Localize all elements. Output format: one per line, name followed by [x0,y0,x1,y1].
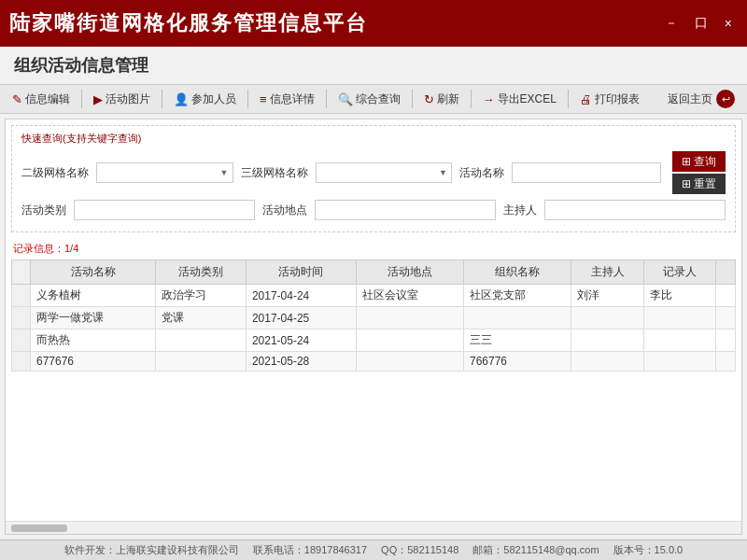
return-home[interactable]: 返回主页 ↩ [660,87,742,111]
row-num [12,285,31,307]
reset-button-label: 重置 [694,176,716,192]
footer-tel: 联系电话：18917846317 [253,543,367,557]
input-location[interactable] [315,200,496,220]
toolbar-export[interactable]: → 导出EXCEL [475,86,564,112]
label-location: 活动地点 [262,203,307,218]
h-scrollbar[interactable] [6,521,741,534]
close-button[interactable]: × [719,13,738,34]
cell-time: 2021-05-28 [246,352,356,371]
print-icon: 🖨 [580,92,592,106]
chevron-down-icon-2: ▼ [439,168,447,177]
select-erji[interactable]: ▼ [96,162,233,183]
toolbar-sep-1 [81,90,82,108]
table-row[interactable]: 6776762021-05-28766776 [12,352,736,371]
toolbar-info-edit-label: 信息编辑 [25,91,70,107]
quick-search-title: 快速查询(支持关键字查询) [21,132,726,146]
main-window: 组织活动信息管理 ✎ 信息编辑 ▶ 活动图片 👤 参加人员 ≡ 信息详情 🔍 综… [0,47,747,560]
reset-button[interactable]: ⊞ 重置 [672,174,726,194]
col-time: 活动时间 [246,260,356,285]
toolbar-sep-5 [412,90,413,108]
page-header: 组织活动信息管理 [0,47,747,84]
page-title: 组织活动信息管理 [14,56,148,75]
cell-recorder: 李比 [643,285,715,307]
input-activity-name[interactable] [512,162,661,183]
cell-extra [716,352,736,371]
toolbar-join-person-label: 参加人员 [191,91,236,107]
maximize-button[interactable]: 口 [689,13,713,34]
cell-host [571,307,643,329]
col-host: 主持人 [571,260,643,285]
footer: 软件开发：上海联实建设科技有限公司 联系电话：18917846317 QQ：58… [0,539,747,560]
col-category: 活动类别 [156,260,246,285]
search-row-2: 活动类别 活动地点 主持人 [21,200,726,220]
cell-extra [716,329,736,352]
table-row[interactable]: 两学一做党课党课2017-04-25 [12,307,736,329]
cell-category: 政治学习 [156,285,246,307]
cell-name: 义务植树 [31,285,156,307]
toolbar-refresh-label: 刷新 [437,91,459,107]
toolbar-activity-photo[interactable]: ▶ 活动图片 [86,86,158,112]
return-home-label: 返回主页 [668,91,712,107]
cell-time: 2017-04-25 [246,307,356,329]
content-area: 快速查询(支持关键字查询) 二级网格名称 ▼ 三级网格名称 ▼ 活动名称 ⊞ [5,119,742,535]
detail-icon: ≡ [260,92,267,106]
footer-qq: QQ：582115148 [381,543,458,557]
toolbar-search[interactable]: 🔍 综合查询 [331,86,408,112]
edit-icon: ✎ [12,92,22,106]
row-num [12,307,31,329]
cell-name: 677676 [31,352,156,371]
chevron-down-icon: ▼ [220,168,229,177]
search-button[interactable]: ⊞ 查询 [672,151,726,172]
person-icon: 👤 [174,92,189,106]
cell-host [571,352,643,371]
search-icon: 🔍 [338,92,353,106]
toolbar-sep-4 [326,90,327,108]
search-buttons: ⊞ 查询 ⊞ 重置 [672,151,726,194]
toolbar-print-label: 打印报表 [595,91,640,107]
input-host[interactable] [544,200,726,220]
export-icon: → [483,92,495,106]
search-button-label: 查询 [694,154,716,170]
label-sanji: 三级网格名称 [241,165,308,181]
input-category[interactable] [74,200,255,220]
cell-org: 社区党支部 [463,285,571,307]
toolbar: ✎ 信息编辑 ▶ 活动图片 👤 参加人员 ≡ 信息详情 🔍 综合查询 ↻ 刷新 [0,84,747,114]
row-num [12,329,31,352]
cell-location [356,307,463,329]
record-info: 记录信息：1/4 [6,238,741,259]
cell-category [156,329,246,352]
toolbar-sep-2 [162,90,162,108]
select-sanji[interactable]: ▼ [316,162,453,183]
h-scroll-thumb [11,525,67,532]
toolbar-info-detail-label: 信息详情 [270,91,315,107]
table-body: 义务植树政治学习2017-04-24社区会议室社区党支部刘洋李比两学一做党课党课… [12,285,736,371]
toolbar-print[interactable]: 🖨 打印报表 [572,86,647,112]
cell-org [463,307,571,329]
cell-recorder [643,352,715,371]
table-container[interactable]: 活动名称 活动类别 活动时间 活动地点 组织名称 主持人 记录人 义务植树政治学… [11,259,736,521]
window-controls: － 口 × [659,13,738,34]
col-org: 组织名称 [463,260,571,285]
photo-icon: ▶ [93,92,103,106]
table-row[interactable]: 而热热2021-05-24三三 [12,329,736,352]
col-location: 活动地点 [356,260,463,285]
table-header-row: 活动名称 活动类别 活动时间 活动地点 组织名称 主持人 记录人 [12,260,736,285]
data-table: 活动名称 活动类别 活动时间 活动地点 组织名称 主持人 记录人 义务植树政治学… [11,259,736,371]
cell-host: 刘洋 [571,285,643,307]
label-activity-name: 活动名称 [459,165,504,181]
label-category: 活动类别 [21,203,66,218]
col-activity-name: 活动名称 [31,260,156,285]
toolbar-export-label: 导出EXCEL [498,91,557,107]
col-recorder: 记录人 [643,260,715,285]
cell-org: 三三 [463,329,571,352]
toolbar-refresh[interactable]: ↻ 刷新 [416,86,467,112]
cell-location [356,352,463,371]
col-num [12,260,31,285]
table-row[interactable]: 义务植树政治学习2017-04-24社区会议室社区党支部刘洋李比 [12,285,736,307]
footer-dev: 软件开发：上海联实建设科技有限公司 [64,543,239,557]
minimize-button[interactable]: － [659,13,684,34]
toolbar-join-person[interactable]: 👤 参加人员 [166,86,244,112]
toolbar-info-edit[interactable]: ✎ 信息编辑 [5,86,78,112]
toolbar-sep-7 [568,90,569,108]
toolbar-info-detail[interactable]: ≡ 信息详情 [252,86,322,112]
